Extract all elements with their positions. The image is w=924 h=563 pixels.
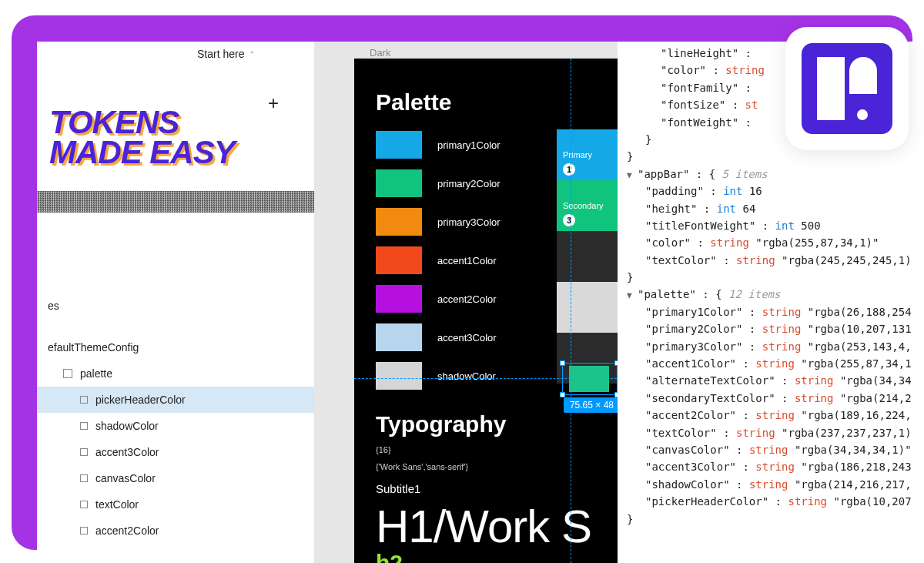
rectangle-icon bbox=[80, 396, 88, 404]
color-swatch[interactable] bbox=[376, 169, 422, 197]
layer-label: accent3Color bbox=[95, 446, 159, 458]
chip-badge: 1 bbox=[563, 163, 575, 176]
code-line: "padding" : int 16 bbox=[627, 183, 924, 199]
chevron-up-down-icon: ⌃ bbox=[249, 50, 255, 59]
code-object-header[interactable]: ▼"appBar" : { 5 items bbox=[627, 166, 924, 183]
layers-panel: Start here ⌃ + TOKENS MADE EASY es efaul… bbox=[37, 42, 314, 563]
chip-label: Primary bbox=[563, 150, 592, 159]
code-line: "primary2Color" : string "rgba(10,207,13… bbox=[627, 320, 924, 337]
artboard-dark[interactable]: Palette primary1Colorprimary2Colorprimar… bbox=[354, 59, 618, 563]
palette-heading: Palette bbox=[376, 89, 596, 116]
swatch-label: primary1Color bbox=[437, 139, 500, 151]
layer-row[interactable]: canvasColor bbox=[37, 465, 314, 491]
rectangle-icon bbox=[80, 501, 88, 508]
decorative-noise bbox=[37, 191, 314, 213]
layer-label: canvasColor bbox=[95, 472, 156, 484]
code-line: "canvasColor" : string "rgba(34,34,34,1)… bbox=[627, 441, 924, 458]
color-swatch[interactable] bbox=[376, 131, 422, 159]
layer-label: efaultThemeConfig bbox=[48, 341, 139, 354]
code-line: "textColor" : string "rgba(245,245,245,1… bbox=[627, 252, 924, 269]
color-chip[interactable] bbox=[557, 231, 618, 282]
code-line: "accent1Color" : string "rgba(255,87,34,… bbox=[627, 355, 924, 372]
code-line: "primary3Color" : string "rgba(253,143,4… bbox=[627, 338, 924, 355]
code-line: "shadowColor" : string "rgba(214,216,217… bbox=[627, 476, 924, 493]
layer-row-config[interactable]: efaultThemeConfig bbox=[37, 334, 314, 360]
layer-row[interactable]: accent3Color bbox=[37, 439, 314, 465]
layers-tree: es efaultThemeConfig palette pickerHeade… bbox=[37, 293, 314, 544]
color-chip[interactable] bbox=[557, 282, 618, 333]
chip-stack: Primary1Secondary3 bbox=[557, 129, 618, 384]
code-line: "accent2Color" : string "rgba(189,16,224… bbox=[627, 407, 924, 424]
code-line: "titleFontWeight" : int 500 bbox=[627, 217, 924, 234]
rectangle-icon bbox=[80, 527, 88, 535]
color-swatch[interactable] bbox=[376, 285, 422, 313]
rectangle-icon bbox=[80, 474, 88, 482]
code-line: "accent3Color" : string "rgba(186,218,24… bbox=[627, 458, 924, 475]
code-line: "pickerHeaderColor" : string "rgba(10,20… bbox=[627, 493, 924, 510]
typography-h1-sample: H1/Work S bbox=[376, 500, 596, 553]
typography-heading: Typography bbox=[376, 411, 596, 437]
color-swatch[interactable] bbox=[376, 246, 422, 274]
swatch-label: primary3Color bbox=[437, 216, 500, 228]
color-swatch[interactable] bbox=[376, 208, 422, 236]
code-line: "color" : string "rgba(255,87,34,1)" bbox=[627, 234, 924, 251]
selected-swatch[interactable] bbox=[569, 366, 609, 392]
add-page-button[interactable]: + bbox=[268, 92, 279, 114]
swatch-label: accent1Color bbox=[437, 255, 497, 266]
typography-family-note: {'Work Sans','sans-serif'} bbox=[376, 462, 596, 471]
rectangle-icon bbox=[80, 422, 88, 430]
resize-handle-icon[interactable] bbox=[560, 392, 565, 397]
frame-icon bbox=[63, 369, 72, 378]
app-logo-icon bbox=[802, 43, 892, 134]
code-line: "primary1Color" : string "rgba(26,188,25… bbox=[627, 303, 924, 320]
color-swatch[interactable] bbox=[376, 362, 422, 390]
code-line: } bbox=[627, 511, 924, 528]
swatch-label: shadowColor bbox=[437, 370, 496, 382]
guide-vertical bbox=[571, 59, 571, 563]
code-object-header[interactable]: ▼"palette" : { 12 items bbox=[627, 286, 924, 303]
hero-title-line2: MADE EASY bbox=[49, 134, 235, 170]
resize-handle-icon[interactable] bbox=[560, 360, 565, 366]
page-selector-label: Start here bbox=[197, 48, 244, 60]
color-chip[interactable]: Secondary3 bbox=[557, 180, 618, 231]
selection-size-badge: 75.65 × 48 bbox=[564, 397, 618, 413]
color-chip[interactable]: Primary1 bbox=[557, 129, 618, 180]
layer-row[interactable]: accent2Color bbox=[37, 518, 314, 544]
layer-row-palette[interactable]: palette bbox=[37, 360, 314, 387]
code-line: "textColor" : string "rgba(237,237,237,1… bbox=[627, 424, 924, 441]
layer-label: shadowColor bbox=[95, 420, 159, 432]
layer-row[interactable]: shadowColor bbox=[37, 413, 314, 439]
rectangle-icon bbox=[80, 448, 88, 456]
code-line: "secondaryTextColor" : string "rgba(214,… bbox=[627, 390, 924, 407]
chip-badge: 3 bbox=[563, 214, 575, 226]
typography-size-note: {16} bbox=[376, 445, 596, 454]
swatch-label: primary2Color bbox=[437, 178, 500, 189]
app-logo bbox=[785, 27, 909, 150]
hero-title: TOKENS MADE EASY bbox=[49, 108, 235, 167]
layer-label: palette bbox=[80, 367, 112, 380]
swatch-label: accent2Color bbox=[437, 293, 497, 305]
typography-subtitle: Subtitle1 bbox=[376, 482, 596, 495]
code-line: "height" : int 64 bbox=[627, 200, 924, 217]
swatch-label: accent3Color bbox=[437, 332, 497, 343]
layer-label: es bbox=[48, 300, 59, 312]
chip-label: Secondary bbox=[563, 201, 604, 210]
layer-row[interactable]: pickerHeaderColor bbox=[37, 387, 314, 413]
layer-label: textColor bbox=[95, 498, 139, 511]
canvas[interactable]: Dark Palette primary1Colorprimary2Colorp… bbox=[314, 42, 618, 563]
layer-row-root[interactable]: es bbox=[37, 293, 314, 319]
layer-label: pickerHeaderColor bbox=[95, 394, 186, 406]
layer-label: accent2Color bbox=[95, 524, 159, 537]
selection-outline[interactable] bbox=[562, 363, 618, 395]
layer-row[interactable]: textColor bbox=[37, 491, 314, 518]
code-line: } bbox=[627, 269, 924, 286]
color-swatch[interactable] bbox=[376, 323, 422, 351]
code-line: "alternateTextColor" : string "rgba(34,3… bbox=[627, 372, 924, 389]
artboard-label: Dark bbox=[370, 47, 390, 59]
page-selector[interactable]: Start here ⌃ bbox=[197, 48, 255, 60]
